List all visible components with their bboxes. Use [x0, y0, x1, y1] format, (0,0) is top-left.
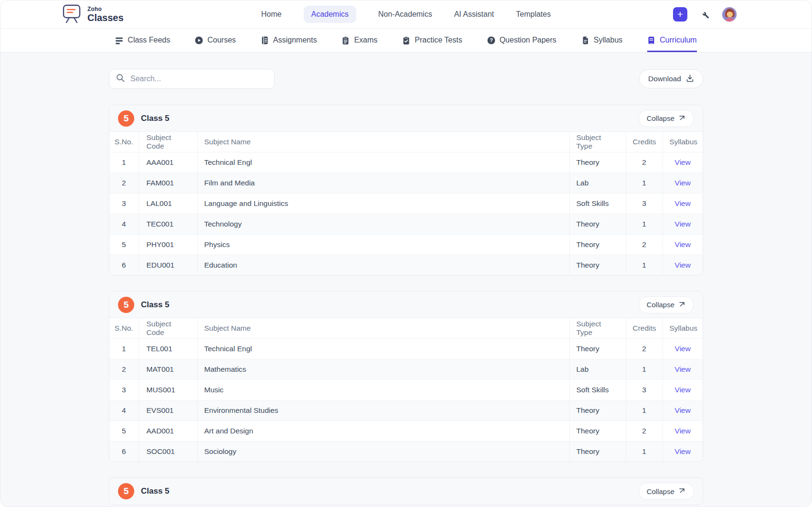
- collapse-button[interactable]: Collapse: [639, 110, 694, 127]
- class-card-2: 5 Class 5 Collapse: [109, 291, 703, 462]
- cell-subject-code: FAM001: [139, 173, 197, 193]
- col-syllabus: Syllabus: [662, 132, 703, 152]
- cell-credits: 2: [626, 421, 662, 441]
- clipboard-check-icon: [402, 36, 410, 44]
- table-row: 4 EVS001 Environmental Studies Theory 1 …: [109, 400, 703, 421]
- tab-practice-tests[interactable]: Practice Tests: [402, 29, 462, 52]
- collapse-button-label: Collapse: [647, 114, 674, 122]
- nav-item-home[interactable]: Home: [261, 10, 282, 19]
- cell-sno: 4: [109, 400, 139, 421]
- cell-subject-type: Theory: [569, 421, 626, 441]
- class-card-header: 5 Class 5 Collapse: [109, 105, 703, 132]
- col-syllabus: Syllabus: [662, 318, 703, 338]
- table-header-row: S.No. Subject Code Subject Name Subject …: [109, 132, 703, 152]
- tab-class-feeds[interactable]: Class Feeds: [115, 29, 170, 52]
- view-syllabus-link[interactable]: View: [675, 158, 691, 166]
- download-button-label: Download: [648, 75, 681, 83]
- tab-label: Exams: [354, 36, 377, 44]
- cell-credits: 1: [626, 173, 662, 193]
- view-syllabus-link[interactable]: View: [675, 406, 691, 414]
- cell-syllabus: View: [662, 421, 703, 441]
- tab-syllabus[interactable]: Syllabus: [581, 29, 622, 52]
- table-row: 6 EDU001 Education Theory 1 View: [109, 255, 703, 275]
- cell-subject-name: Language and Linguistics: [197, 193, 569, 214]
- clipboard-icon: [342, 36, 350, 44]
- academics-subnav: Class Feeds Courses Assignm: [0, 29, 812, 53]
- download-button[interactable]: Download: [639, 69, 703, 88]
- col-subject-name: Subject Name: [197, 318, 569, 338]
- col-subject-code: Subject Code: [139, 318, 197, 338]
- cell-credits: 3: [626, 193, 662, 214]
- collapse-button[interactable]: Collapse: [639, 483, 694, 500]
- cell-subject-code: LAL001: [139, 193, 197, 214]
- tab-label: Curriculum: [660, 36, 696, 44]
- search-box[interactable]: [109, 69, 275, 89]
- collapse-icon: [679, 114, 686, 123]
- nav-item-ai-assistant[interactable]: AI Assistant: [454, 10, 494, 19]
- nav-item-non-academics[interactable]: Non-Academics: [378, 10, 432, 19]
- tab-exams[interactable]: Exams: [342, 29, 377, 52]
- cell-sno: 6: [109, 441, 139, 462]
- add-button[interactable]: +: [673, 7, 687, 22]
- cell-syllabus: View: [662, 255, 703, 275]
- cell-syllabus: View: [662, 400, 703, 421]
- collapse-button[interactable]: Collapse: [639, 296, 694, 313]
- cell-subject-type: Soft Skills: [569, 193, 626, 214]
- cell-subject-code: EVS001: [139, 400, 197, 421]
- class-badge: 5: [118, 483, 134, 499]
- view-syllabus-link[interactable]: View: [675, 345, 691, 353]
- tab-curriculum[interactable]: Curriculum: [647, 29, 696, 52]
- cell-subject-type: Theory: [569, 441, 626, 462]
- cell-sno: 5: [109, 421, 139, 441]
- table-row: 5 PHY001 Physics Theory 2 View: [109, 234, 703, 255]
- cell-subject-name: Mathematics: [197, 359, 569, 379]
- cell-syllabus: View: [662, 173, 703, 193]
- cell-subject-name: Education: [197, 255, 569, 275]
- tab-assignments[interactable]: Assignments: [261, 29, 317, 52]
- cell-subject-type: Soft Skills: [569, 379, 626, 400]
- top-navbar: Zoho Classes Home Academics Non-Academic…: [0, 0, 812, 29]
- cell-credits: 1: [626, 441, 662, 462]
- nav-item-templates[interactable]: Templates: [516, 10, 551, 19]
- cell-subject-name: Technical Engl: [197, 152, 569, 173]
- class-card-header: 5 Class 5 Collapse: [109, 291, 703, 318]
- search-input[interactable]: [129, 74, 267, 84]
- table-row: 3 LAL001 Language and Linguistics Soft S…: [109, 193, 703, 214]
- cell-subject-name: Physics: [197, 234, 569, 255]
- view-syllabus-link[interactable]: View: [675, 179, 691, 187]
- cell-syllabus: View: [662, 379, 703, 400]
- view-syllabus-link[interactable]: View: [675, 427, 691, 435]
- class-card-header: 5 Class 5 Collapse: [109, 478, 703, 505]
- class-badge: 5: [118, 297, 134, 313]
- cell-syllabus: View: [662, 152, 703, 173]
- cell-subject-type: Theory: [569, 338, 626, 359]
- tab-label: Syllabus: [594, 36, 622, 44]
- class-badge: 5: [118, 110, 134, 127]
- class-title: Class 5: [141, 486, 170, 496]
- tab-courses[interactable]: Courses: [195, 29, 236, 52]
- nav-item-academics[interactable]: Academics: [303, 6, 356, 23]
- view-syllabus-link[interactable]: View: [675, 447, 691, 455]
- question-circle-icon: ?: [487, 36, 495, 44]
- view-syllabus-link[interactable]: View: [675, 220, 691, 228]
- view-syllabus-link[interactable]: View: [675, 386, 691, 394]
- tab-question-papers[interactable]: ? Question Papers: [487, 29, 556, 52]
- brand-logo[interactable]: Zoho Classes: [62, 3, 124, 25]
- col-subject-code: Subject Code: [139, 132, 197, 152]
- col-subject-type: Subject Type: [569, 318, 626, 338]
- cell-sno: 1: [109, 338, 139, 359]
- col-sno: S.No.: [109, 318, 139, 338]
- view-syllabus-link[interactable]: View: [675, 240, 691, 248]
- table-row: 5 AAD001 Art and Design Theory 2 View: [109, 421, 703, 441]
- view-syllabus-link[interactable]: View: [675, 261, 691, 269]
- wrench-icon[interactable]: [700, 10, 709, 19]
- cell-sno: 1: [109, 152, 139, 173]
- cell-subject-type: Theory: [569, 234, 626, 255]
- table-row: 6 SOC001 Sociology Theory 1 View: [109, 441, 703, 462]
- col-subject-name: Subject Name: [197, 132, 569, 152]
- cell-sno: 3: [109, 379, 139, 400]
- view-syllabus-link[interactable]: View: [675, 365, 691, 373]
- user-avatar[interactable]: [722, 7, 737, 22]
- brand-classes-text: Classes: [87, 13, 124, 22]
- view-syllabus-link[interactable]: View: [675, 199, 691, 207]
